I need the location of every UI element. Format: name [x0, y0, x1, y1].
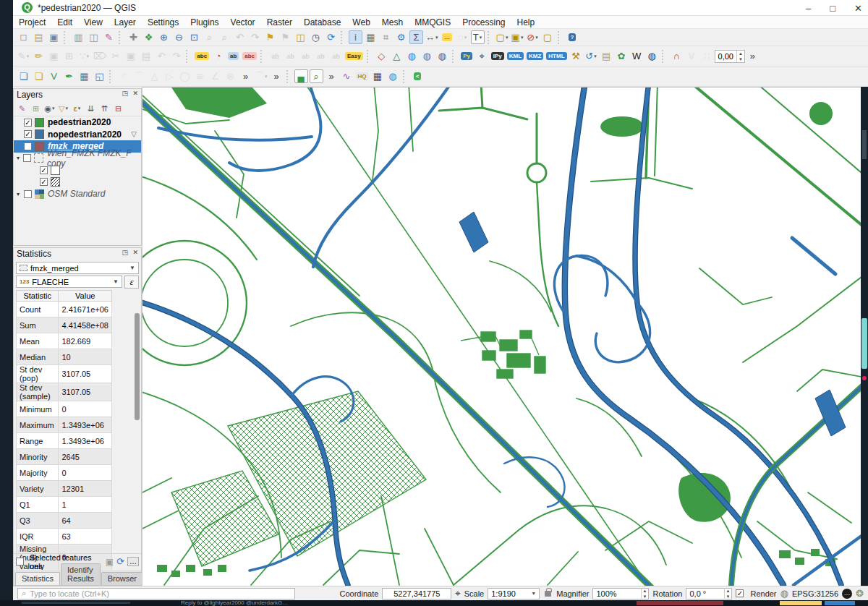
build-tools-button[interactable]: ⚒ — [569, 49, 583, 63]
new-mesh-layer-button[interactable]: ▦ — [77, 69, 91, 83]
remove-layer-button[interactable]: ⊟ — [112, 103, 124, 115]
refresh-map-button[interactable]: ⟳ — [324, 30, 338, 44]
layer-labeling-button[interactable]: abc — [194, 49, 210, 63]
menu-view[interactable]: View — [78, 17, 109, 27]
new-geopackage-layer-button[interactable]: ❏ — [32, 69, 46, 83]
kml-tools-button[interactable]: KML — [506, 49, 524, 63]
python-console-button[interactable]: Py — [460, 49, 474, 63]
tab-statistics[interactable]: Statistics — [15, 572, 60, 585]
map-tips-button[interactable]: … — [441, 30, 454, 44]
identify-features-button[interactable]: i — [349, 30, 362, 44]
metasearch-button[interactable]: ◍ — [420, 49, 434, 63]
mappia-button[interactable]: ▦ — [371, 69, 385, 83]
locate-search-input[interactable]: ⌕ Type to locate (Ctrl+K) — [17, 588, 295, 599]
expander-icon[interactable]: ▾ — [17, 191, 24, 197]
pan-map-button[interactable]: ✚ — [127, 30, 140, 44]
layer-item-wien-fmzk-fmzk-f-copy[interactable]: ▾Wien_FMZK FMZK_F copy — [14, 153, 141, 165]
kmz-tools-button[interactable]: KMZ — [526, 49, 544, 63]
pan-to-selection-button[interactable]: ❖ — [142, 30, 156, 44]
zoom-full-button[interactable]: ⊡ — [187, 30, 201, 44]
open-attribute-table-button[interactable]: ▦ — [364, 30, 378, 44]
selected-features-only-checkbox[interactable] — [16, 558, 24, 566]
geometry-checker-button[interactable]: ◇ — [375, 49, 388, 63]
qgis-news-icon[interactable]: ❂ — [856, 588, 864, 599]
expression-epsilon-button[interactable]: ε — [124, 276, 139, 289]
new-map-view-button[interactable]: ◫ — [294, 30, 307, 44]
epsg-code[interactable]: EPSG:31256 — [792, 589, 838, 598]
menu-plugins[interactable]: Plugins — [184, 17, 224, 27]
statistics-scrollbar[interactable] — [135, 313, 140, 420]
share-button[interactable]: < — [411, 69, 425, 83]
menu-database[interactable]: Database — [298, 17, 346, 27]
digitizing-overflow-button[interactable]: » — [239, 69, 252, 83]
snapping-magnet-button[interactable]: ∩ — [670, 49, 684, 63]
search-layers-button[interactable]: ◍ — [435, 49, 449, 63]
layer-item-pedestrian2020[interactable]: ✓pedestrian2020 — [14, 116, 141, 129]
zoom-tool-active-button[interactable]: ⌕ — [310, 69, 323, 83]
menu-layer[interactable]: Layer — [109, 17, 142, 27]
help-button[interactable]: ? — [566, 30, 579, 44]
tab-identify-results[interactable]: Identify Results — [61, 563, 101, 585]
dsg-tools-button[interactable]: △ — [390, 49, 404, 63]
tab-browser[interactable]: Browser — [101, 572, 143, 585]
filter-by-expression-button[interactable]: ε▾ — [71, 103, 83, 115]
scale-combobox[interactable]: 1:9190▼ — [488, 588, 540, 599]
layer-item-style[interactable]: ✓ — [14, 176, 141, 189]
pinned-labels-button[interactable]: abc — [242, 49, 258, 63]
close-button[interactable]: ✕ — [854, 3, 862, 14]
lock-scale-icon[interactable] — [545, 591, 551, 597]
menu-edit[interactable]: Edit — [51, 17, 78, 27]
easy-custom-labeling-button[interactable]: Easy — [344, 49, 364, 63]
measure-button[interactable]: ↔▾ — [425, 30, 439, 44]
manage-map-themes-button[interactable]: ◉▾ — [43, 103, 56, 115]
layer-item-osm-standard[interactable]: ▾OSM Standard — [14, 188, 141, 200]
layers-panel-close-button[interactable]: ✕ — [132, 90, 140, 97]
magnifier-spinbox[interactable]: 100% ▲▼ — [592, 588, 649, 599]
menu-settings[interactable]: Settings — [142, 17, 184, 27]
extents-icon[interactable]: ⌖ — [455, 588, 460, 599]
new-virtual-layer-button[interactable]: V — [47, 69, 61, 83]
collapse-all-button[interactable]: ⇈ — [98, 103, 111, 115]
metasearch-add-button[interactable]: ◍ — [405, 49, 419, 63]
more-options-button[interactable]: … — [127, 557, 139, 566]
layer-visibility-checkbox[interactable]: ✓ — [40, 178, 48, 186]
rotation-spinbox[interactable]: 0,0 ° ▲▼ — [686, 588, 732, 599]
tracing-overflow-button[interactable]: » — [270, 69, 284, 83]
expand-all-button[interactable]: ⇊ — [85, 103, 97, 115]
open-layer-styling-button[interactable]: ✎ — [16, 103, 28, 115]
layer-visibility-checkbox[interactable] — [24, 142, 32, 150]
zoom-out-button[interactable]: ⊖ — [172, 30, 186, 44]
add-group-button[interactable]: ⊞ — [30, 103, 42, 115]
new-temporary-scratch-layer-button[interactable]: ◱ — [93, 69, 106, 83]
deselect-features-button[interactable]: ⊘▾ — [526, 30, 540, 44]
minimize-button[interactable]: – — [806, 3, 811, 14]
new-bookmark-button[interactable]: ⚑ — [263, 30, 277, 44]
ipython-console-button[interactable]: IPy — [490, 49, 505, 63]
select-by-value-button[interactable]: ▣▾ — [511, 30, 524, 44]
globe-plugin-button[interactable]: ◍ — [645, 49, 659, 63]
html-tools-button[interactable]: HTML — [545, 49, 567, 63]
qgis2web-button[interactable]: ◍ — [386, 69, 400, 83]
processing-toolbox-button[interactable]: ⚙ — [394, 30, 408, 44]
menu-project[interactable]: Project — [13, 17, 51, 27]
statistics-panel-float-button[interactable]: ◳ — [122, 249, 129, 256]
copy-statistics-icon[interactable]: ▣ — [106, 557, 114, 567]
statistics-layer-select[interactable]: fmzk_merged ▼ — [16, 262, 139, 274]
profile-tool-button[interactable]: ⌖ — [475, 49, 489, 63]
menu-processing[interactable]: Processing — [456, 17, 511, 27]
layer-visibility-checkbox[interactable] — [24, 190, 32, 198]
show-layout-manager-button[interactable]: ◫ — [87, 30, 101, 44]
coordinate-input[interactable]: 5227,341775 — [382, 588, 451, 599]
show-statistics-panel-button[interactable]: Σ — [409, 30, 423, 44]
statistical-summary-button[interactable]: ⌗ — [379, 30, 393, 44]
layer-styling-button[interactable]: ◔ — [211, 49, 225, 63]
menu-mesh[interactable]: Mesh — [376, 17, 409, 27]
plugin-undo-button[interactable]: ↺▾ — [584, 49, 598, 63]
statistics-field-select[interactable]: 123 FLAECHE ▼ — [16, 276, 122, 288]
layer-item-nopedestrian2020[interactable]: ✓nopedestrian2020▽ — [14, 129, 141, 141]
new-spatialite-layer-button[interactable]: ✒ — [62, 69, 76, 83]
wkt-tools-button[interactable]: W — [630, 49, 644, 63]
layer-diagram-button[interactable]: ab — [226, 49, 240, 63]
filter-legend-button[interactable]: ▽▾ — [57, 103, 69, 115]
map-canvas[interactable] — [142, 87, 861, 586]
